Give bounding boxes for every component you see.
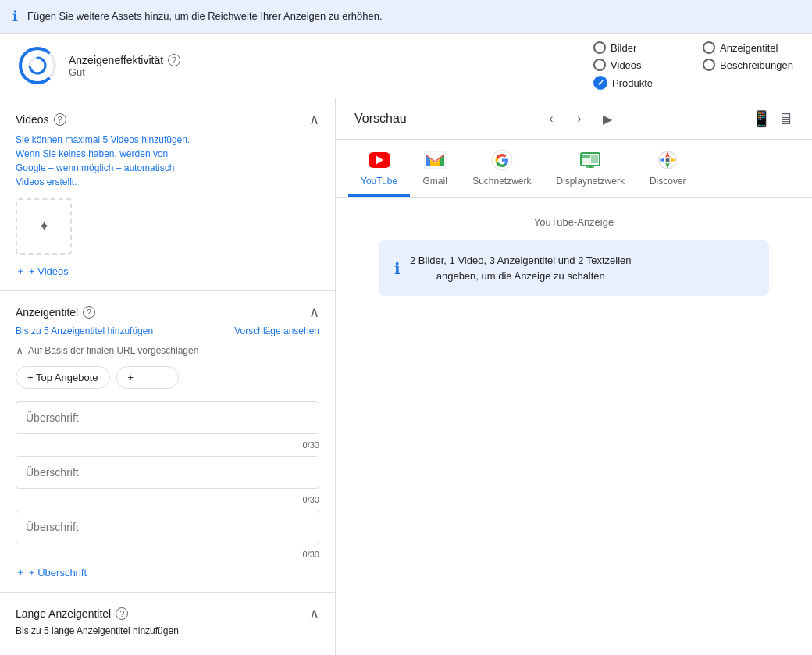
headline-input-2[interactable] <box>16 456 319 489</box>
google-svg <box>491 149 513 171</box>
videos-subtitle: Sie können maximal 5 Videos hinzufügen. … <box>16 133 319 189</box>
youtube-ad-label: YouTube-Anzeige <box>354 216 793 228</box>
main-layout: Videos ? ∧ Sie können maximal 5 Videos h… <box>0 98 812 655</box>
char-count-2: 0/30 <box>16 495 319 504</box>
tag-add-button[interactable]: + <box>116 366 179 389</box>
option-produkte[interactable]: Produkte <box>593 76 684 90</box>
platform-tabs: YouTube Gmail <box>336 140 812 198</box>
svg-point-11 <box>666 158 670 162</box>
char-count-1: 0/30 <box>16 440 319 450</box>
headline-input-2-wrapper <box>16 456 319 489</box>
info-icon: ℹ <box>12 8 18 25</box>
circle-svg <box>28 56 47 75</box>
discover-svg <box>657 149 678 171</box>
next-btn[interactable]: › <box>568 108 590 130</box>
radio-beschreibungen <box>703 59 715 71</box>
videos-section-header: Videos ? ∧ <box>16 111 319 128</box>
lange-subtitle: Bis zu 5 lange Anzeigentitel hinzufügen <box>16 625 319 636</box>
preview-header: Vorschau ‹ › ▶ 📱 🖥 <box>336 98 812 140</box>
effectiveness-title: Anzeigeneffektivität ? <box>69 54 581 66</box>
left-panel: Videos ? ∧ Sie können maximal 5 Videos h… <box>0 98 336 655</box>
svg-rect-6 <box>582 155 590 158</box>
sparkle-icon: ✦ <box>38 218 50 235</box>
banner-text: Fügen Sie weitere Assets hinzu, um die R… <box>27 9 800 23</box>
lange-header: Lange Anzeigentitel ? ∧ <box>16 605 319 622</box>
right-panel: Vorschau ‹ › ▶ 📱 🖥 YouTube <box>336 98 812 655</box>
radio-videos <box>593 59 606 71</box>
check-produkte <box>593 76 607 90</box>
mobile-icon[interactable]: 📱 <box>752 109 771 128</box>
option-bilder[interactable]: Bilder <box>593 41 684 54</box>
tag-buttons-row: + Top Angebote + <box>16 366 319 389</box>
effectiveness-status: Gut <box>69 66 581 78</box>
anzeigentitel-chevron[interactable]: ∧ <box>309 304 319 321</box>
svg-rect-7 <box>591 155 598 163</box>
video-upload-area[interactable]: ✦ <box>16 198 72 255</box>
desktop-icon[interactable]: 🖥 <box>778 110 793 128</box>
google-icon <box>490 148 515 173</box>
headline-input-3-wrapper <box>16 511 319 543</box>
yt-icon-shape <box>369 152 390 168</box>
anzeigentitel-section: Anzeigentitel ? ∧ Bis zu 5 Anzeigentitel… <box>0 291 335 593</box>
anzeigentitel-header: Anzeigentitel ? ∧ <box>16 304 319 321</box>
add-videos-link[interactable]: ＋ + Videos <box>16 264 319 278</box>
play-btn[interactable]: ▶ <box>597 108 618 130</box>
preview-title: Vorschau <box>354 112 407 126</box>
vorschlaege-link[interactable]: Vorschläge ansehen <box>234 326 319 336</box>
tab-discover-label: Discover <box>650 176 686 187</box>
videos-section-title: Videos ? <box>16 113 66 126</box>
effectiveness-bar: Anzeigeneffektivität ? Gut Bilder Anzeig… <box>0 34 812 98</box>
gmail-icon <box>422 148 447 173</box>
anzeigentitel-subtitle: Bis zu 5 Anzeigentitel hinzufügen <box>16 326 153 336</box>
tab-gmail[interactable]: Gmail <box>410 140 460 197</box>
preview-nav: ‹ › ▶ <box>540 108 618 130</box>
videos-chevron[interactable]: ∧ <box>309 111 319 128</box>
lange-help-icon[interactable]: ? <box>116 607 128 620</box>
effectiveness-circle <box>19 47 56 84</box>
option-anzeigentitel[interactable]: Anzeigentitel <box>703 41 793 54</box>
radio-bilder <box>593 41 606 54</box>
device-icons: 📱 🖥 <box>752 109 793 128</box>
anzeigentitel-help-icon[interactable]: ? <box>83 306 95 319</box>
effectiveness-info: Anzeigeneffektivität ? Gut <box>69 54 581 78</box>
headline-input-1-wrapper <box>16 401 319 434</box>
tab-discover[interactable]: Discover <box>637 140 699 197</box>
discover-icon <box>655 148 680 173</box>
tab-suchnetzwerk[interactable]: Suchnetzwerk <box>460 140 543 197</box>
effectiveness-help-icon[interactable]: ? <box>168 54 180 66</box>
tab-displaynetzwerk-label: Displaynetzwerk <box>557 176 625 187</box>
tab-youtube[interactable]: YouTube <box>348 140 410 197</box>
gmail-svg <box>424 151 446 169</box>
youtube-icon <box>367 148 392 173</box>
tab-youtube-label: YouTube <box>361 176 397 187</box>
option-beschreibungen[interactable]: Beschreibungen <box>703 59 793 71</box>
preview-content: YouTube-Anzeige ℹ 2 Bilder, 1 Video, 3 A… <box>336 198 812 315</box>
headline-input-3[interactable] <box>16 511 319 543</box>
prev-btn[interactable]: ‹ <box>540 108 562 130</box>
videos-section: Videos ? ∧ Sie können maximal 5 Videos h… <box>0 98 335 291</box>
char-count-3: 0/30 <box>16 550 319 559</box>
lange-section: Lange Anzeigentitel ? ∧ Bis zu 5 lange A… <box>0 593 335 649</box>
suggestion-chevron: ∧ <box>16 344 23 357</box>
headline-input-1[interactable] <box>16 401 319 434</box>
top-banner: ℹ Fügen Sie weitere Assets hinzu, um die… <box>0 0 812 34</box>
option-videos[interactable]: Videos <box>593 59 684 71</box>
info-box-icon: ℹ <box>394 259 401 278</box>
add-headline-link[interactable]: ＋ + Überschrift <box>16 565 319 579</box>
info-box: ℹ 2 Bilder, 1 Video, 3 Anzeigentitel und… <box>379 240 769 296</box>
display-svg <box>579 149 601 171</box>
tab-displaynetzwerk[interactable]: Displaynetzwerk <box>544 140 637 197</box>
add-headline-plus: ＋ <box>16 565 26 579</box>
lange-title: Lange Anzeigentitel ? <box>16 607 128 620</box>
tab-gmail-label: Gmail <box>422 176 447 187</box>
videos-help-icon[interactable]: ? <box>54 113 66 126</box>
add-videos-plus: ＋ <box>16 264 26 278</box>
effectiveness-options: Bilder Anzeigentitel Videos Beschreibung… <box>593 41 793 90</box>
tag-top-angebote[interactable]: + Top Angebote <box>16 366 110 389</box>
anzeigentitel-subtitle-row: Bis zu 5 Anzeigentitel hinzufügen Vorsch… <box>16 326 319 336</box>
display-icon <box>578 148 603 173</box>
radio-anzeigentitel <box>703 41 715 54</box>
url-suggestion: ∧ Auf Basis der finalen URL vorgeschlage… <box>16 344 319 357</box>
lange-chevron[interactable]: ∧ <box>309 605 319 622</box>
info-box-text: 2 Bilder, 1 Video, 3 Anzeigentitel und 2… <box>410 253 632 283</box>
